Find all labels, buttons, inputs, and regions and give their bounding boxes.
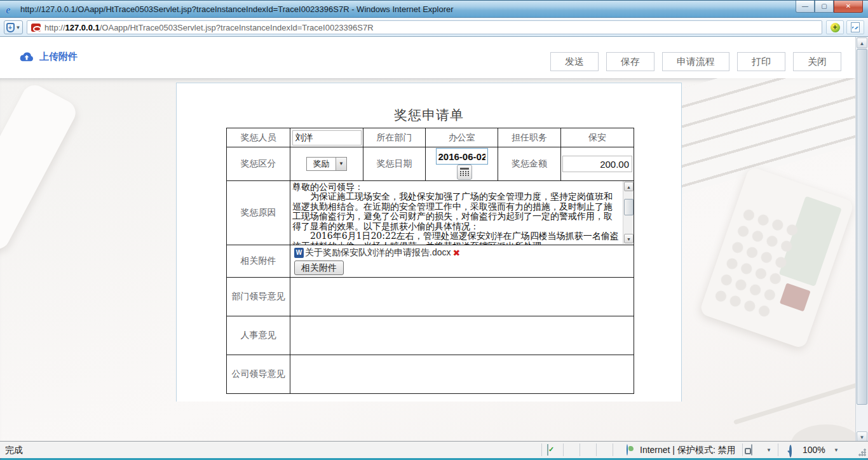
company-opinion-label: 公司领导意见 bbox=[227, 355, 290, 394]
safety-ball-icon bbox=[831, 23, 840, 32]
table-row: 奖惩原因 尊敬的公司领导： 为保证施工现场安全，我处保安加强了广场的安全管理力度… bbox=[227, 181, 634, 245]
date-input[interactable] bbox=[436, 148, 488, 165]
ie-logo-icon: e bbox=[6, 4, 17, 15]
resize-grip[interactable] bbox=[857, 447, 866, 456]
broken-page-icon bbox=[851, 22, 860, 32]
print-button[interactable]: 打印 bbox=[737, 52, 785, 71]
calculator-decor bbox=[699, 166, 855, 349]
reward-type-select[interactable]: 奖励 ▼ bbox=[306, 157, 347, 171]
window-controls: — ▢ ✕ bbox=[796, 1, 863, 13]
minimize-button[interactable]: — bbox=[796, 1, 815, 13]
table-row: 相关附件 W 关于奖励保安队刘洋的申请报告.docx ✖ 相关附件 bbox=[227, 245, 634, 278]
window-title: http://127.0.0.1/OAapp/HtTrace0503Servle… bbox=[20, 4, 454, 14]
address-bar-actions bbox=[826, 20, 864, 34]
reason-label: 奖惩原因 bbox=[227, 181, 290, 245]
reward-type-value: 奖励 bbox=[307, 158, 336, 170]
hr-opinion-label: 人事意见 bbox=[227, 316, 290, 355]
zoom-dropdown-icon[interactable]: ▼ bbox=[834, 447, 839, 453]
person-label: 奖惩人员 bbox=[227, 128, 290, 147]
inprivate-filter-icon[interactable] bbox=[751, 445, 752, 455]
browser-window: e http://127.0.0.1/OAapp/HtTrace0503Serv… bbox=[0, 0, 868, 460]
hr-opinion-cell[interactable] bbox=[290, 316, 634, 355]
title-bar[interactable]: e http://127.0.0.1/OAapp/HtTrace0503Serv… bbox=[0, 0, 868, 18]
table-row: 奖惩区分 奖励 ▼ 奖惩日期 奖惩金额 bbox=[227, 147, 634, 181]
zoom-magnifier-icon[interactable] bbox=[789, 446, 792, 456]
security-zone-text: Internet | 保护模式: 禁用 bbox=[640, 445, 736, 456]
calendar-button[interactable] bbox=[457, 165, 472, 180]
select-dropdown-icon[interactable]: ▼ bbox=[336, 158, 346, 170]
maximize-button[interactable]: ▢ bbox=[815, 1, 834, 13]
url-field[interactable]: http://127.0.0.1/OAapp/HtTrace0503Servle… bbox=[27, 20, 822, 34]
send-button[interactable]: 发送 bbox=[550, 52, 599, 71]
application-form-table: 奖惩人员 所在部门 办公室 担任职务 保安 奖惩区分 奖励 ▼ 奖惩日 bbox=[226, 128, 634, 394]
attachment-item: W 关于奖励保安队刘洋的申请报告.docx ✖ bbox=[294, 247, 630, 259]
table-row: 公司领导意见 bbox=[227, 355, 634, 394]
chevron-down-icon: ▼ bbox=[16, 25, 21, 30]
status-text: 完成 bbox=[5, 445, 23, 456]
site-safety-button[interactable] bbox=[826, 20, 844, 34]
address-bar: + ▼ http://127.0.0.1/OAapp/HtTrace0503Se… bbox=[0, 18, 868, 37]
table-row: 人事意见 bbox=[227, 316, 634, 355]
company-opinion-cell[interactable] bbox=[290, 355, 634, 394]
url-text: http://127.0.0.1/OAapp/HtTrace0503Servle… bbox=[44, 23, 374, 32]
reason-textarea[interactable]: 尊敬的公司领导： 为保证施工现场安全，我处保安加强了广场的安全管理力度，坚持定岗… bbox=[290, 182, 623, 245]
close-window-button[interactable]: ✕ bbox=[834, 1, 863, 13]
word-file-icon: W bbox=[294, 248, 304, 258]
zoom-level-text[interactable]: 100% bbox=[803, 445, 825, 455]
person-input[interactable] bbox=[292, 130, 362, 145]
internet-globe-icon bbox=[627, 445, 628, 455]
table-row: 部门领导意见 bbox=[227, 278, 634, 316]
position-label: 担任职务 bbox=[498, 128, 561, 147]
action-buttons: 发送 保存 申请流程 打印 关闭 bbox=[550, 52, 841, 71]
compatibility-view-button[interactable] bbox=[846, 20, 864, 34]
department-label: 所在部门 bbox=[363, 128, 426, 147]
dept-opinion-cell[interactable] bbox=[290, 278, 634, 316]
attachment-label: 相关附件 bbox=[227, 245, 290, 278]
shield-plus-icon: + bbox=[6, 23, 15, 32]
save-button[interactable]: 保存 bbox=[606, 52, 654, 71]
form-panel: 奖惩申请单 奖惩人员 所在部门 办公室 担任职务 保安 奖惩区分 奖励 ▼ bbox=[176, 83, 682, 402]
site-favicon-icon bbox=[31, 24, 41, 32]
upload-attachment-label: 上传附件 bbox=[39, 51, 78, 63]
top-toolbar: 上传附件 发送 保存 申请流程 打印 关闭 bbox=[0, 37, 857, 78]
delete-attachment-icon[interactable]: ✖ bbox=[452, 248, 460, 258]
scroll-up-icon[interactable]: ▲ bbox=[857, 37, 867, 48]
filter-dropdown-icon[interactable]: ▼ bbox=[766, 447, 771, 453]
paper-roll-decor bbox=[0, 81, 80, 254]
scrollbar-thumb[interactable] bbox=[624, 199, 634, 215]
mouse-decor bbox=[791, 424, 857, 443]
browser-scrollbar[interactable]: ▲ ▼ bbox=[855, 37, 868, 443]
type-label: 奖惩区分 bbox=[227, 147, 290, 181]
page-title: 奖惩申请单 bbox=[177, 106, 681, 124]
status-bar: 完成 Internet | 保护模式: 禁用 ▼ 100% ▼ bbox=[0, 441, 868, 458]
pen-decor bbox=[733, 378, 857, 425]
page-done-icon bbox=[547, 445, 548, 455]
upload-attachment-link[interactable]: 上传附件 bbox=[19, 51, 78, 63]
scroll-up-icon[interactable]: ▲ bbox=[624, 182, 634, 191]
add-tab-shield-button[interactable]: + ▼ bbox=[4, 20, 23, 34]
close-page-button[interactable]: 关闭 bbox=[793, 52, 841, 71]
page-content: 上传附件 发送 保存 申请流程 打印 关闭 奖惩申请单 bbox=[0, 37, 857, 443]
department-value: 办公室 bbox=[426, 128, 498, 147]
position-value: 保安 bbox=[561, 128, 634, 147]
scroll-down-icon[interactable]: ▼ bbox=[624, 234, 634, 243]
cloud-upload-icon bbox=[19, 51, 34, 62]
amount-label: 奖惩金额 bbox=[498, 147, 561, 181]
textarea-scrollbar[interactable]: ▲ ▼ bbox=[623, 181, 634, 244]
scrollbar-thumb[interactable] bbox=[857, 49, 867, 405]
table-row: 奖惩人员 所在部门 办公室 担任职务 保安 bbox=[227, 128, 634, 147]
attachment-button[interactable]: 相关附件 bbox=[294, 260, 344, 275]
apply-flow-button[interactable]: 申请流程 bbox=[662, 52, 729, 71]
attachment-filename[interactable]: 关于奖励保安队刘洋的申请报告.docx bbox=[305, 247, 451, 259]
date-label: 奖惩日期 bbox=[363, 147, 426, 181]
dept-opinion-label: 部门领导意见 bbox=[227, 278, 290, 316]
amount-input[interactable] bbox=[562, 156, 632, 172]
